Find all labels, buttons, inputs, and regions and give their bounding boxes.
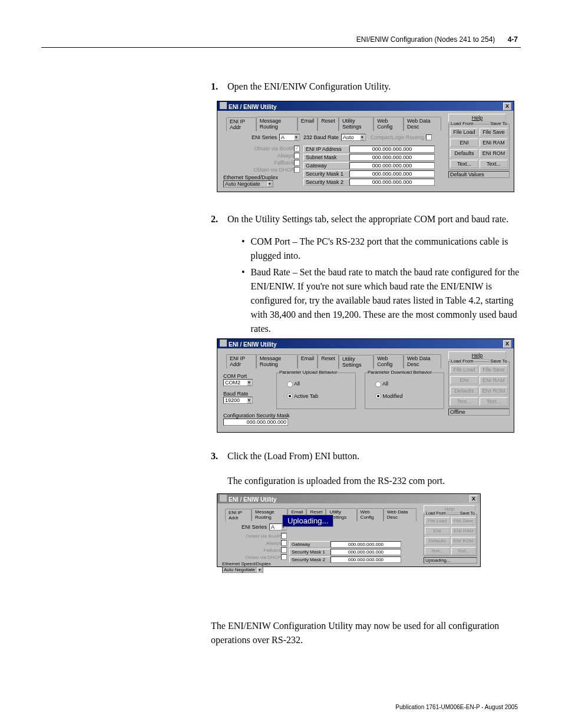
upload-all-radio[interactable] <box>287 381 293 387</box>
sec1-label: Security Mask 1 <box>303 170 349 177</box>
tab-web-config[interactable]: Web Config <box>373 354 404 368</box>
step-num: 3. <box>211 449 227 463</box>
download-all-label: All <box>382 381 388 387</box>
app-icon <box>220 102 227 109</box>
header-rule <box>41 47 521 48</box>
app-icon <box>220 340 227 347</box>
obtain-bootp-checkbox[interactable]: ✓ <box>294 146 300 151</box>
defaults-button[interactable]: Defaults <box>450 149 478 157</box>
sec2-label: Security Mask 2 <box>289 556 330 563</box>
eni-rom-button[interactable]: ENI ROM <box>480 387 508 395</box>
tab-eni-ip[interactable]: ENI IP Addr <box>226 117 256 131</box>
upload-active-label: Active Tab <box>294 393 318 399</box>
tab-web-config[interactable]: Web Config <box>357 508 384 521</box>
always-checkbox[interactable] <box>294 153 300 159</box>
text-save-button[interactable]: Text... <box>451 547 477 555</box>
tab-web-data[interactable]: Web Data Desc <box>404 117 441 131</box>
download-modified-label: Modified <box>383 393 403 399</box>
fallback-label: Fallback <box>263 548 281 553</box>
tab-eni-ip[interactable]: ENI IP Addr <box>226 354 256 368</box>
file-load-button[interactable]: File Load <box>425 517 450 525</box>
defaults-button[interactable]: Defaults <box>425 537 450 545</box>
file-load-button[interactable]: File Load <box>450 365 478 374</box>
file-load-button[interactable]: File Load <box>450 128 478 136</box>
gateway-value[interactable]: 000.000.000.000 <box>349 162 435 169</box>
auto-neg-dropdown[interactable]: Auto Negotiate <box>222 566 263 573</box>
clogix-checkbox[interactable] <box>426 134 432 140</box>
screenshot-2: ENI / ENIW Utility X ENI IP Addr Message… <box>217 338 514 433</box>
tab-util[interactable]: Utility Settings <box>339 117 373 131</box>
upload-all-label: All <box>294 381 300 387</box>
bullet-text: Baud Rate – Set the baud rate to match t… <box>251 265 523 336</box>
ip-addr-value[interactable]: 000.000.000.000 <box>349 146 435 153</box>
fallback-checkbox[interactable] <box>281 547 287 553</box>
eni-series-label: ENI Series <box>252 134 277 140</box>
obtain-bootp-checkbox[interactable] <box>281 533 287 539</box>
eni-rom-button[interactable]: ENI ROM <box>480 149 508 157</box>
tab-msg-routing[interactable]: Message Routing <box>256 117 297 131</box>
sec2-value[interactable]: 000.000.000.000 <box>349 179 435 186</box>
baud-232-dropdown[interactable]: Auto <box>341 134 366 141</box>
close-button[interactable]: X <box>503 103 511 110</box>
status-bar: Offline <box>448 409 510 416</box>
eni-ram-button[interactable]: ENI RAM <box>480 139 508 147</box>
close-button[interactable]: X <box>503 340 511 348</box>
text-save-button[interactable]: Text... <box>480 397 508 406</box>
app-icon <box>220 495 227 502</box>
bullet-icon: • <box>242 235 245 263</box>
tab-email[interactable]: Email <box>297 117 318 131</box>
baud-rate-dropdown[interactable]: 19200 <box>223 397 253 404</box>
file-save-button[interactable]: File Save <box>451 517 477 525</box>
cfg-sec-mask-input[interactable]: 000.000.000.000 <box>223 419 288 426</box>
obtain-dhcp-checkbox[interactable] <box>281 554 287 560</box>
tab-msg-routing[interactable]: Message Routing <box>256 354 297 368</box>
download-all-radio[interactable] <box>375 381 381 387</box>
text-save-button[interactable]: Text... <box>480 160 508 168</box>
defaults-button[interactable]: Defaults <box>450 387 478 395</box>
tab-reset[interactable]: Reset <box>318 117 339 131</box>
screenshot-1: ENI / ENIW Utility X ENI IP Addr Message… <box>217 101 514 192</box>
eni-button[interactable]: ENI <box>425 527 450 535</box>
always-checkbox[interactable] <box>281 540 287 546</box>
tab-eni-ip[interactable]: ENI IP Addr <box>225 509 252 522</box>
subnet-value[interactable]: 000.000.000.000 <box>349 154 435 161</box>
close-button[interactable]: X <box>470 495 478 503</box>
tab-email[interactable]: Email <box>297 354 318 368</box>
eni-button[interactable]: ENI <box>450 139 478 147</box>
download-modified-radio[interactable] <box>375 393 381 399</box>
file-save-button[interactable]: File Save <box>480 128 508 136</box>
fallback-checkbox[interactable] <box>294 160 300 166</box>
eni-ram-button[interactable]: ENI RAM <box>480 376 508 384</box>
com-port-dropdown[interactable]: COM2 <box>223 379 253 386</box>
text-load-button[interactable]: Text... <box>450 397 478 406</box>
upload-active-radio[interactable] <box>287 393 293 399</box>
eni-button[interactable]: ENI <box>450 376 478 384</box>
tab-web-data[interactable]: Web Data Desc <box>404 354 441 368</box>
sec1-value[interactable]: 000.000.000.000 <box>349 170 435 177</box>
obtain-dhcp-label: Obtain via DHCP <box>245 555 281 560</box>
tab-web-data[interactable]: Web Data Desc <box>384 508 416 521</box>
status-bar: Default Values <box>448 171 510 178</box>
text-load-button[interactable]: Text... <box>425 547 450 555</box>
sec2-value[interactable]: 000.000.000.000 <box>330 556 401 563</box>
auto-neg-dropdown[interactable]: Auto Negotiate <box>223 180 273 187</box>
bullet-text: COM Port – The PC's RS-232 port that the… <box>251 235 523 263</box>
eni-ram-button[interactable]: ENI RAM <box>451 527 477 535</box>
text-load-button[interactable]: Text... <box>450 160 478 168</box>
obtain-dhcp-checkbox[interactable] <box>294 167 300 173</box>
footer: Publication 1761-UM006E-EN-P - August 20… <box>395 704 518 710</box>
gateway-value[interactable]: 000.000.000.000 <box>330 541 401 548</box>
sec1-label: Security Mask 1 <box>289 549 330 555</box>
tab-util[interactable]: Utility Settings <box>339 355 373 369</box>
baud-232-label: 232 Baud Rate <box>303 134 339 140</box>
ip-addr-label: ENI IP Address <box>303 146 349 153</box>
titlebar: ENI / ENIW Utility X <box>217 101 514 111</box>
sec1-value[interactable]: 000.000.000.000 <box>330 549 401 555</box>
file-save-button[interactable]: File Save <box>480 365 508 374</box>
load-from-label: Load From <box>425 511 447 515</box>
tab-web-config[interactable]: Web Config <box>373 117 404 131</box>
tab-reset[interactable]: Reset <box>318 354 339 368</box>
eni-series-dropdown[interactable]: A <box>279 134 300 141</box>
eni-rom-button[interactable]: ENI ROM <box>451 537 477 545</box>
load-from-label: Load From <box>450 358 474 364</box>
